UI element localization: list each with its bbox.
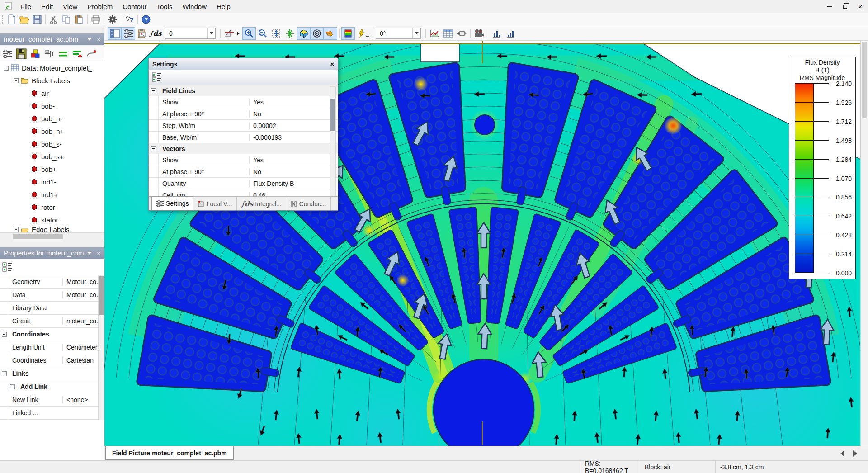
tree-node-block-rotor[interactable]: rotor [0, 201, 104, 213]
tree-node-block-ind1-minus[interactable]: ind1- [0, 175, 104, 188]
collapse-icon[interactable] [2, 371, 7, 376]
close-button[interactable]: × [853, 0, 868, 13]
copy-button[interactable] [60, 14, 73, 25]
display-settings-button[interactable] [122, 27, 135, 40]
scrollbar-thumb[interactable] [330, 99, 335, 131]
project-panel-menu-button[interactable] [85, 33, 94, 45]
setting-value[interactable]: No [249, 168, 338, 175]
tree-horizontal-scrollbar[interactable] [0, 232, 104, 240]
setting-value[interactable]: 0.00002 [249, 122, 338, 129]
property-row-data[interactable]: DataMoteur_co.. [0, 289, 104, 302]
project-panel-close-button[interactable]: × [94, 33, 103, 45]
setting-row-at-phase[interactable]: At phase + 90°No [149, 108, 338, 120]
print-button[interactable] [90, 14, 102, 25]
categorized-view-button[interactable] [0, 260, 14, 274]
property-row-length-unit[interactable]: Length UnitCentimeters [0, 341, 104, 354]
menu-help[interactable]: Help [212, 1, 236, 12]
tree-node-data-root[interactable]: Data: Moteur_complet_ [0, 61, 104, 74]
scrollbar-thumb[interactable] [99, 276, 104, 315]
setting-row-base[interactable]: Base, Wb/m-0.000193 [149, 132, 338, 143]
tree-node-block-labels[interactable]: Block Labels [0, 74, 104, 87]
add-link-icon[interactable] [10, 384, 15, 389]
smooth-shading-button[interactable] [297, 27, 310, 40]
constraints-button[interactable] [42, 47, 56, 61]
setting-row-vectors-at-phase[interactable]: At phase + 90°No [149, 166, 338, 178]
settings-scrollbar[interactable] [330, 86, 336, 196]
next-document-icon[interactable] [853, 450, 857, 457]
animation-button[interactable] [472, 27, 486, 40]
tree-node-block-bob-plus[interactable]: bob+ [0, 163, 104, 175]
setting-value[interactable]: Yes [249, 156, 338, 164]
property-row-linked[interactable]: Linked ... [0, 407, 104, 420]
categorized-grid-icon[interactable] [151, 72, 162, 83]
setting-value[interactable]: Flux Density B [249, 180, 338, 187]
collapse-icon[interactable] [2, 332, 7, 337]
canvas-vertical-scrollbar[interactable] [860, 41, 868, 446]
tree-node-block-ind1-plus[interactable]: ind1+ [0, 188, 104, 201]
open-file-button[interactable] [18, 14, 31, 25]
collapse-icon[interactable] [151, 146, 156, 151]
tab-integral[interactable]: ∫ds Integral... [237, 197, 286, 210]
setting-value[interactable]: Yes [249, 99, 338, 106]
setting-row-show[interactable]: ShowYes [149, 96, 338, 108]
probe-tool-button[interactable] [84, 47, 98, 61]
menu-tools[interactable]: Tools [152, 1, 178, 12]
context-help-button[interactable]: ? [123, 14, 136, 25]
property-row-circuit[interactable]: Circuitmoteur_co.. [0, 315, 104, 328]
point-values-button[interactable] [355, 27, 373, 40]
tab-local-values[interactable]: Local V... [193, 197, 237, 210]
assign-button[interactable] [70, 47, 84, 61]
tree-node-block-bob-n-minus[interactable]: bob_n- [0, 112, 104, 125]
setting-row-quantity[interactable]: QuantityFlux Density B [149, 178, 338, 189]
zoom-fit-button[interactable] [269, 27, 283, 40]
combo-dropdown-button[interactable] [412, 28, 420, 38]
settings-gear-button[interactable] [106, 14, 119, 25]
tree-node-edge-labels-partial[interactable]: Edge Labels [0, 226, 104, 232]
toggle-panel-button[interactable] [108, 27, 122, 40]
angle-tool-button[interactable] [222, 27, 242, 40]
display-options-button[interactable] [0, 47, 14, 61]
setting-row-vectors-show[interactable]: ShowYes [149, 154, 338, 166]
paste-button[interactable] [73, 14, 85, 25]
line-integral-button[interactable]: ∫ds [149, 27, 162, 40]
expand-icon[interactable] [14, 227, 19, 232]
tree-node-block-bob-minus[interactable]: bob- [0, 99, 104, 112]
settings-dialog-close-button[interactable]: × [327, 60, 338, 68]
collapse-icon[interactable] [14, 78, 19, 83]
tree-node-block-stator[interactable]: stator [0, 213, 104, 226]
contour-lines-button[interactable] [310, 27, 324, 40]
harmonics-plot-button[interactable] [490, 27, 504, 40]
zoom-in-button[interactable] [242, 27, 256, 40]
show-mesh-button[interactable] [283, 27, 297, 40]
minimize-button[interactable] [822, 0, 837, 13]
save-button[interactable] [31, 14, 43, 25]
scrollbar-thumb[interactable] [13, 234, 63, 239]
properties-panel-menu-button[interactable] [85, 247, 94, 259]
spectrum-plot-button[interactable] [504, 27, 517, 40]
setting-value[interactable]: -0.000193 [249, 134, 338, 141]
collapse-icon[interactable] [151, 88, 156, 93]
add-link-row[interactable]: Add Link [0, 380, 104, 393]
tab-settings[interactable]: Settings [151, 196, 193, 210]
tree-node-block-bob-s-plus[interactable]: bob_s+ [0, 150, 104, 163]
setting-row-step[interactable]: Step, Wb/m0.00002 [149, 120, 338, 132]
menu-problem[interactable]: Problem [82, 1, 118, 12]
menu-file[interactable]: File [15, 1, 36, 12]
menu-contour[interactable]: Contour [118, 1, 151, 12]
contour-number-combo[interactable]: 0 [165, 28, 216, 39]
scrollbar-thumb[interactable] [862, 42, 867, 118]
density-plot-button[interactable] [341, 27, 355, 40]
menu-view[interactable]: View [58, 1, 82, 12]
export-data-button[interactable] [455, 27, 468, 40]
restore-button[interactable] [837, 0, 853, 13]
phase-angle-combo[interactable]: 0° [376, 28, 421, 39]
menu-edit[interactable]: Edit [36, 1, 58, 12]
previous-document-icon[interactable] [840, 450, 844, 457]
tree-node-block-air[interactable]: air [0, 87, 104, 99]
copy-image-button[interactable] [135, 27, 149, 40]
combo-dropdown-button[interactable] [207, 28, 215, 38]
property-row-coordinates[interactable]: CoordinatesCartesian [0, 354, 104, 367]
setting-value[interactable]: No [249, 110, 338, 118]
document-tab[interactable]: Field Picture moteur_complet_ac.pbm [105, 446, 234, 460]
table-view-button[interactable] [441, 27, 455, 40]
